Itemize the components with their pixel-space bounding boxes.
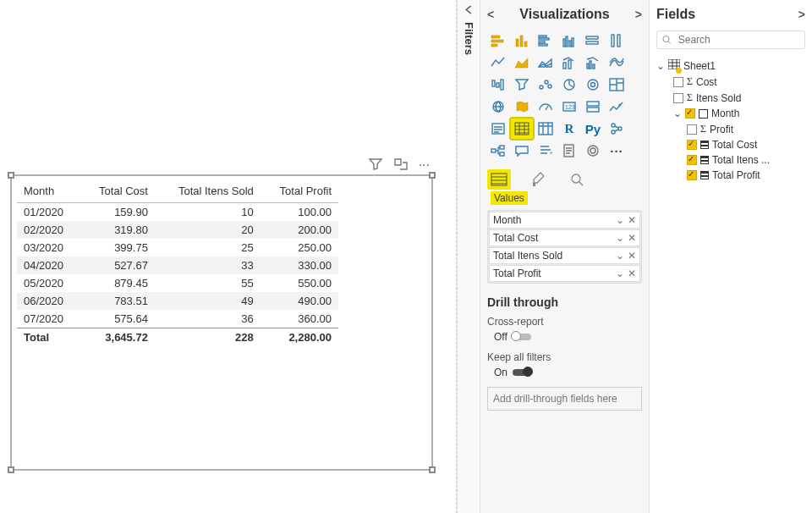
chevron-right-icon[interactable]: >	[635, 8, 642, 21]
field-item[interactable]: Total Itens ...	[656, 152, 805, 168]
resize-handle[interactable]	[8, 172, 14, 179]
stacked-bar-100-icon[interactable]	[582, 30, 604, 51]
pie-icon[interactable]	[558, 74, 580, 95]
area-chart-icon[interactable]	[511, 52, 533, 73]
filter-icon[interactable]	[366, 157, 385, 174]
slicer-icon[interactable]	[487, 119, 509, 139]
remove-icon[interactable]: ✕	[628, 268, 636, 279]
table-row[interactable]: 05/2020879.4555550.00	[17, 274, 338, 292]
python-visual-icon[interactable]: Py	[582, 119, 604, 139]
values-field-well[interactable]: Month⌄✕Total Cost⌄✕Total Itens Sold⌄✕Tot…	[487, 210, 642, 284]
checkbox[interactable]	[673, 77, 683, 87]
table-visual[interactable]: ··· Month Total Cost Total Itens Sold To…	[10, 174, 433, 471]
decomposition-tree-icon[interactable]	[487, 141, 509, 161]
col-month[interactable]: Month	[17, 181, 80, 203]
resize-handle[interactable]	[429, 466, 436, 473]
remove-icon[interactable]: ✕	[628, 232, 636, 244]
field-item[interactable]: ΣItens Sold	[656, 90, 805, 106]
col-sold[interactable]: Total Itens Sold	[155, 181, 261, 203]
keep-filters-toggle[interactable]: On	[494, 367, 642, 378]
checkbox[interactable]	[687, 140, 697, 150]
qa-visual-icon[interactable]	[511, 141, 533, 161]
clustered-bar-icon[interactable]	[535, 30, 557, 51]
field-well-item[interactable]: Total Itens Sold⌄✕	[489, 247, 640, 264]
line-clustered-column-icon[interactable]	[582, 52, 604, 73]
resize-handle[interactable]	[8, 466, 14, 473]
report-canvas[interactable]: ··· Month Total Cost Total Itens Sold To…	[0, 0, 457, 513]
format-tab-icon[interactable]	[526, 169, 550, 190]
search-input[interactable]	[677, 33, 799, 47]
ribbon-chart-icon[interactable]	[606, 52, 628, 73]
chevron-left-icon[interactable]	[464, 5, 474, 17]
table-row[interactable]: 07/2020575.6436360.00	[17, 310, 338, 328]
field-item[interactable]: ⌄Month	[656, 106, 805, 121]
fields-tab-icon[interactable]	[487, 169, 511, 190]
clustered-column-icon[interactable]	[558, 30, 580, 51]
stacked-column-icon[interactable]	[511, 30, 533, 51]
field-item[interactable]: ΣProfit	[656, 121, 805, 137]
key-influencers-icon[interactable]	[606, 119, 628, 139]
funnel-icon[interactable]	[511, 74, 533, 95]
filters-label: Filters	[463, 22, 475, 55]
chevron-down-icon[interactable]: ⌄	[616, 214, 624, 226]
checkbox[interactable]	[687, 170, 697, 180]
field-item[interactable]: Total Cost	[656, 137, 805, 152]
resize-handle[interactable]	[429, 172, 436, 179]
col-profit[interactable]: Total Profit	[261, 181, 338, 203]
table-visual-icon[interactable]	[511, 119, 533, 139]
filled-map-icon[interactable]	[511, 97, 533, 117]
field-well-item[interactable]: Total Cost⌄✕	[489, 229, 640, 246]
table-node[interactable]: ⌄ Sheet1	[656, 58, 805, 74]
remove-icon[interactable]: ✕	[628, 250, 636, 262]
field-well-item[interactable]: Total Profit⌄✕	[489, 265, 640, 282]
chevron-right-icon[interactable]: >	[798, 8, 805, 21]
chevron-down-icon[interactable]: ⌄	[616, 250, 624, 262]
cross-report-toggle[interactable]: Off	[494, 331, 642, 343]
table-row[interactable]: 01/2020159.9010100.00	[17, 203, 338, 222]
chevron-left-icon[interactable]: <	[487, 8, 494, 21]
remove-icon[interactable]: ✕	[628, 214, 636, 226]
stacked-bar-icon[interactable]	[487, 30, 509, 51]
chevron-down-icon[interactable]: ⌄	[616, 268, 624, 279]
table-row[interactable]: 04/2020527.6733330.00	[17, 256, 338, 274]
matrix-icon[interactable]	[535, 119, 557, 139]
field-item[interactable]: ΣCost	[656, 74, 805, 90]
drill-through-drop[interactable]: Add drill-through fields here	[487, 387, 642, 411]
col-cost[interactable]: Total Cost	[80, 181, 155, 203]
card-icon[interactable]: 123	[558, 97, 580, 117]
filters-pane-collapsed[interactable]: Filters	[457, 0, 480, 513]
r-visual-icon[interactable]: R	[558, 119, 580, 139]
waterfall-icon[interactable]	[487, 74, 509, 95]
arcgis-icon[interactable]	[582, 141, 604, 161]
table-row[interactable]: 06/2020783.5149490.00	[17, 292, 338, 310]
multi-row-card-icon[interactable]	[582, 97, 604, 117]
smart-narrative-icon[interactable]	[535, 141, 557, 161]
table-row[interactable]: 02/2020319.8020200.00	[17, 221, 338, 239]
focus-mode-icon[interactable]	[392, 157, 410, 174]
map-icon[interactable]	[487, 97, 509, 117]
donut-icon[interactable]	[582, 74, 604, 95]
field-item[interactable]: Total Profit	[656, 168, 805, 183]
checkbox[interactable]	[673, 93, 683, 103]
chevron-down-icon[interactable]: ⌄	[616, 232, 624, 244]
checkbox[interactable]	[687, 155, 697, 165]
checkbox[interactable]	[685, 108, 695, 119]
paginated-report-icon[interactable]	[558, 141, 580, 161]
table-row[interactable]: 03/2020399.7525250.00	[17, 239, 338, 256]
line-chart-icon[interactable]	[487, 52, 509, 73]
analytics-tab-icon[interactable]	[565, 169, 589, 190]
fields-title: Fields	[656, 7, 695, 22]
field-well-item[interactable]: Month⌄✕	[489, 212, 640, 229]
stacked-column-100-icon[interactable]	[606, 30, 628, 51]
stacked-area-icon[interactable]	[535, 52, 557, 73]
scatter-icon[interactable]	[535, 74, 557, 95]
checkbox[interactable]	[687, 124, 697, 135]
treemap-icon[interactable]	[606, 74, 628, 95]
line-stacked-column-icon[interactable]	[558, 52, 580, 73]
gauge-icon[interactable]	[535, 97, 557, 117]
kpi-icon[interactable]: ▲	[606, 97, 628, 117]
fields-search[interactable]	[656, 30, 805, 49]
svg-rect-22	[593, 64, 595, 69]
get-more-visuals-icon[interactable]: ···	[606, 141, 628, 161]
svg-rect-4	[520, 36, 523, 47]
